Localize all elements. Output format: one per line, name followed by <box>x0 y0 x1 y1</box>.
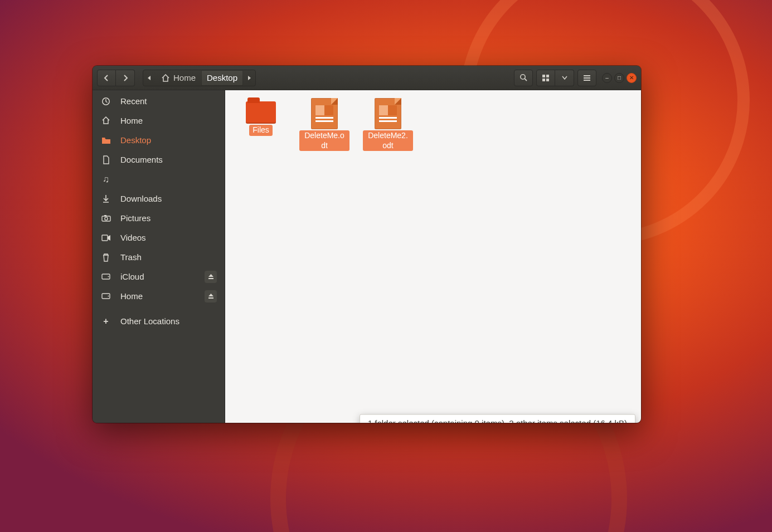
window-controls: – □ ✕ <box>602 73 637 83</box>
search-button[interactable] <box>514 70 533 86</box>
forward-button[interactable] <box>116 70 135 86</box>
icon-grid: Files DeleteMe.odt DeleteMe2.odt <box>225 90 641 423</box>
sidebar-item-label: Trash <box>120 252 142 262</box>
view-grid-button[interactable] <box>536 70 555 86</box>
chevron-right-icon <box>123 75 128 81</box>
file-label: DeleteMe2.odt <box>363 130 413 151</box>
maximize-button[interactable]: □ <box>614 73 624 83</box>
svg-rect-13 <box>102 235 108 241</box>
sidebar-item-other-locations[interactable]: + Other Locations <box>93 311 225 331</box>
sidebar-item-documents[interactable]: Documents <box>93 150 225 169</box>
breadcrumb-current[interactable]: Desktop <box>201 70 243 86</box>
file-item-document[interactable]: DeleteMe2.odt <box>362 96 414 151</box>
svg-point-11 <box>104 217 107 220</box>
sidebar-item-label: Other Locations <box>120 316 179 326</box>
svg-rect-4 <box>542 79 545 81</box>
chevron-down-icon <box>562 76 567 80</box>
drive-icon <box>100 293 111 299</box>
folder-icon <box>246 101 276 124</box>
svg-point-0 <box>520 75 525 79</box>
file-item-folder[interactable]: Files <box>235 96 287 136</box>
sidebar-item-label: Downloads <box>120 194 162 203</box>
svg-rect-12 <box>104 215 106 217</box>
eject-icon <box>208 274 214 280</box>
document-icon <box>311 98 338 129</box>
sidebar-item-label: Videos <box>120 233 146 242</box>
file-label: DeleteMe.odt <box>299 130 349 151</box>
breadcrumb-label: Home <box>173 73 196 82</box>
minimize-icon: – <box>605 75 609 81</box>
sidebar-item-home-drive[interactable]: Home <box>93 286 225 306</box>
document-icon <box>375 98 401 129</box>
drive-icon <box>100 274 111 280</box>
path-prev-button[interactable] <box>143 75 156 81</box>
breadcrumb-label: Desktop <box>207 73 237 82</box>
file-label: Files <box>249 125 273 136</box>
chevron-left-icon <box>104 75 109 81</box>
titlebar: Home Desktop <box>93 66 641 90</box>
triangle-right-icon <box>247 75 251 81</box>
video-icon <box>100 235 111 241</box>
back-button[interactable] <box>97 70 116 86</box>
eject-button[interactable] <box>205 290 217 302</box>
svg-rect-5 <box>546 79 549 81</box>
file-manager-window: Home Desktop <box>93 66 641 423</box>
search-icon <box>519 74 528 82</box>
download-icon <box>100 194 111 203</box>
document-icon <box>100 155 111 164</box>
sidebar-item-home[interactable]: Home <box>93 111 225 130</box>
hamburger-menu-button[interactable] <box>577 70 596 86</box>
camera-icon <box>100 214 111 222</box>
svg-point-17 <box>108 296 109 297</box>
path-next-button[interactable] <box>243 75 255 81</box>
path-bar: Home Desktop <box>143 70 256 86</box>
nav-buttons <box>97 70 135 86</box>
music-icon: ♫ <box>100 174 111 184</box>
places-sidebar: Recent Home Desktop Documents <box>93 90 225 423</box>
sidebar-item-recent[interactable]: Recent <box>93 91 225 111</box>
svg-rect-3 <box>546 75 549 77</box>
eject-icon <box>208 293 214 299</box>
eject-button[interactable] <box>205 271 217 283</box>
file-item-document[interactable]: DeleteMe.odt <box>299 96 350 151</box>
sidebar-item-icloud[interactable]: iCloud <box>93 267 225 286</box>
triangle-left-icon <box>147 75 152 81</box>
clock-icon <box>100 97 111 106</box>
menu-icon <box>583 75 591 81</box>
selection-status: 1 folder selected (containing 0 items), … <box>360 414 635 423</box>
sidebar-item-pictures[interactable]: Pictures <box>93 208 225 228</box>
grid-icon <box>542 74 550 82</box>
svg-rect-2 <box>542 75 545 77</box>
sidebar-item-label: Home <box>120 291 143 301</box>
breadcrumb-home[interactable]: Home <box>156 70 201 86</box>
sidebar-item-downloads[interactable]: Downloads <box>93 189 225 208</box>
sidebar-item-label: Home <box>120 116 143 125</box>
sidebar-item-label: Documents <box>120 155 163 164</box>
plus-icon: + <box>100 316 111 326</box>
toolbar-right: – □ ✕ <box>514 70 637 86</box>
svg-line-1 <box>525 79 527 81</box>
minimize-button[interactable]: – <box>602 73 612 83</box>
trash-icon <box>100 253 111 262</box>
folder-icon <box>100 136 111 144</box>
sidebar-item-label: Recent <box>120 96 147 106</box>
view-dropdown-button[interactable] <box>555 70 574 86</box>
svg-point-15 <box>108 276 109 277</box>
content-pane[interactable]: Files DeleteMe.odt DeleteMe2.odt 1 fold <box>225 90 641 423</box>
close-icon: ✕ <box>629 75 634 81</box>
home-icon <box>100 116 111 125</box>
maximize-icon: □ <box>618 75 621 81</box>
sidebar-item-music[interactable]: ♫ Music <box>93 169 225 189</box>
status-text: 1 folder selected (containing 0 items), … <box>360 414 635 423</box>
sidebar-item-trash[interactable]: Trash <box>93 247 225 267</box>
sidebar-item-label: Pictures <box>120 213 150 223</box>
sidebar-item-label: iCloud <box>120 272 144 281</box>
close-button[interactable]: ✕ <box>627 73 637 83</box>
sidebar-item-videos[interactable]: Videos <box>93 228 225 247</box>
sidebar-item-desktop[interactable]: Desktop <box>93 130 225 150</box>
sidebar-item-label: Desktop <box>120 135 151 145</box>
window-body: Recent Home Desktop Documents <box>93 90 641 423</box>
home-icon <box>161 74 170 82</box>
